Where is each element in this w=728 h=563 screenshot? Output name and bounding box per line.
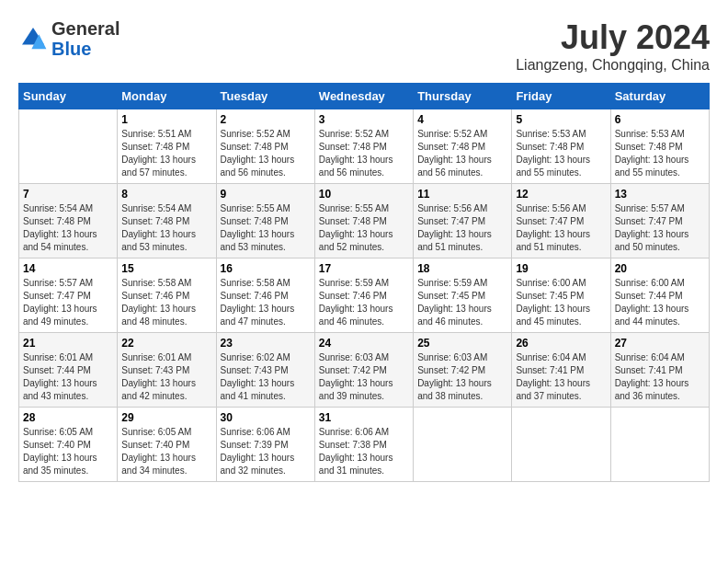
day-number: 25 <box>417 337 507 350</box>
weekday-header: Sunday <box>19 84 118 109</box>
day-detail: Sunrise: 6:04 AMSunset: 7:41 PMDaylight:… <box>516 351 606 403</box>
calendar-cell: 21Sunrise: 6:01 AMSunset: 7:44 PMDayligh… <box>19 333 118 408</box>
day-number: 15 <box>121 262 211 275</box>
calendar-cell: 27Sunrise: 6:04 AMSunset: 7:41 PMDayligh… <box>610 333 709 408</box>
day-number: 8 <box>121 188 211 201</box>
day-detail: Sunrise: 5:58 AMSunset: 7:46 PMDaylight:… <box>121 277 211 328</box>
day-detail: Sunrise: 5:54 AMSunset: 7:48 PMDaylight:… <box>121 202 211 254</box>
calendar-cell: 17Sunrise: 5:59 AMSunset: 7:46 PMDayligh… <box>314 259 413 333</box>
calendar-cell: 31Sunrise: 6:06 AMSunset: 7:38 PMDayligh… <box>314 408 413 482</box>
day-detail: Sunrise: 6:06 AMSunset: 7:38 PMDaylight:… <box>319 426 409 477</box>
calendar-cell: 24Sunrise: 6:03 AMSunset: 7:42 PMDayligh… <box>314 333 413 408</box>
weekday-header: Saturday <box>610 84 709 109</box>
day-number: 5 <box>516 113 606 126</box>
day-detail: Sunrise: 6:03 AMSunset: 7:42 PMDaylight:… <box>417 351 507 403</box>
calendar-cell: 19Sunrise: 6:00 AMSunset: 7:45 PMDayligh… <box>512 259 610 333</box>
calendar-cell: 16Sunrise: 5:58 AMSunset: 7:46 PMDayligh… <box>216 259 314 333</box>
calendar-cell: 23Sunrise: 6:02 AMSunset: 7:43 PMDayligh… <box>216 333 314 408</box>
day-number: 9 <box>221 188 311 201</box>
day-detail: Sunrise: 5:51 AMSunset: 7:48 PMDaylight:… <box>121 128 211 179</box>
day-detail: Sunrise: 6:02 AMSunset: 7:43 PMDaylight:… <box>221 351 311 403</box>
weekday-header: Tuesday <box>216 84 314 109</box>
day-detail: Sunrise: 5:52 AMSunset: 7:48 PMDaylight:… <box>417 128 507 179</box>
day-number: 1 <box>121 113 211 126</box>
day-number: 4 <box>417 113 507 126</box>
calendar-cell: 9Sunrise: 5:55 AMSunset: 7:48 PMDaylight… <box>216 184 314 259</box>
day-number: 3 <box>319 113 409 126</box>
day-number: 10 <box>319 188 409 201</box>
day-number: 17 <box>319 262 409 275</box>
calendar-cell: 11Sunrise: 5:56 AMSunset: 7:47 PMDayligh… <box>414 184 512 259</box>
day-detail: Sunrise: 5:53 AMSunset: 7:48 PMDaylight:… <box>516 128 606 179</box>
weekday-header: Monday <box>118 84 216 109</box>
calendar-cell: 25Sunrise: 6:03 AMSunset: 7:42 PMDayligh… <box>414 333 512 408</box>
day-detail: Sunrise: 6:05 AMSunset: 7:40 PMDaylight:… <box>23 426 113 477</box>
day-number: 2 <box>221 113 311 126</box>
day-number: 22 <box>121 337 211 350</box>
day-detail: Sunrise: 6:00 AMSunset: 7:45 PMDaylight:… <box>516 277 606 328</box>
day-detail: Sunrise: 5:54 AMSunset: 7:48 PMDaylight:… <box>23 202 113 254</box>
day-detail: Sunrise: 5:56 AMSunset: 7:47 PMDaylight:… <box>516 202 606 254</box>
day-detail: Sunrise: 5:56 AMSunset: 7:47 PMDaylight:… <box>417 202 507 254</box>
day-detail: Sunrise: 5:59 AMSunset: 7:45 PMDaylight:… <box>417 277 507 328</box>
calendar-cell: 15Sunrise: 5:58 AMSunset: 7:46 PMDayligh… <box>118 259 216 333</box>
day-number: 29 <box>121 411 211 424</box>
day-number: 11 <box>417 188 507 201</box>
day-detail: Sunrise: 5:57 AMSunset: 7:47 PMDaylight:… <box>615 202 705 254</box>
day-number: 26 <box>516 337 606 350</box>
day-detail: Sunrise: 6:01 AMSunset: 7:44 PMDaylight:… <box>23 351 113 403</box>
location-title: Liangzeng, Chongqing, China <box>516 57 710 74</box>
calendar-cell: 3Sunrise: 5:52 AMSunset: 7:48 PMDaylight… <box>314 109 413 184</box>
calendar-cell: 8Sunrise: 5:54 AMSunset: 7:48 PMDaylight… <box>118 184 216 259</box>
logo: General Blue <box>18 18 119 59</box>
day-number: 13 <box>615 188 705 201</box>
calendar-cell: 4Sunrise: 5:52 AMSunset: 7:48 PMDaylight… <box>414 109 512 184</box>
calendar-cell <box>19 109 118 184</box>
day-number: 21 <box>23 337 113 350</box>
day-detail: Sunrise: 6:01 AMSunset: 7:43 PMDaylight:… <box>121 351 211 403</box>
calendar-table: SundayMondayTuesdayWednesdayThursdayFrid… <box>18 83 710 482</box>
calendar-cell <box>512 408 610 482</box>
day-number: 6 <box>615 113 705 126</box>
day-detail: Sunrise: 5:58 AMSunset: 7:46 PMDaylight:… <box>221 277 311 328</box>
weekday-header: Wednesday <box>314 84 413 109</box>
calendar-cell: 5Sunrise: 5:53 AMSunset: 7:48 PMDaylight… <box>512 109 610 184</box>
day-number: 31 <box>319 411 409 424</box>
day-detail: Sunrise: 5:55 AMSunset: 7:48 PMDaylight:… <box>221 202 311 254</box>
calendar-cell: 28Sunrise: 6:05 AMSunset: 7:40 PMDayligh… <box>19 408 118 482</box>
month-title: July 2024 <box>516 18 710 57</box>
day-number: 23 <box>221 337 311 350</box>
day-number: 19 <box>516 262 606 275</box>
day-detail: Sunrise: 6:04 AMSunset: 7:41 PMDaylight:… <box>615 351 705 403</box>
calendar-week-row: 1Sunrise: 5:51 AMSunset: 7:48 PMDaylight… <box>19 109 710 184</box>
day-number: 28 <box>23 411 113 424</box>
calendar-cell: 1Sunrise: 5:51 AMSunset: 7:48 PMDaylight… <box>118 109 216 184</box>
day-detail: Sunrise: 5:53 AMSunset: 7:48 PMDaylight:… <box>615 128 705 179</box>
weekday-header: Thursday <box>414 84 512 109</box>
day-number: 24 <box>319 337 409 350</box>
calendar-cell: 6Sunrise: 5:53 AMSunset: 7:48 PMDaylight… <box>610 109 709 184</box>
calendar-cell <box>414 408 512 482</box>
calendar-cell: 30Sunrise: 6:06 AMSunset: 7:39 PMDayligh… <box>216 408 314 482</box>
header: General Blue July 2024 Liangzeng, Chongq… <box>18 18 710 74</box>
calendar-cell: 20Sunrise: 6:00 AMSunset: 7:44 PMDayligh… <box>610 259 709 333</box>
calendar-cell: 14Sunrise: 5:57 AMSunset: 7:47 PMDayligh… <box>19 259 118 333</box>
day-detail: Sunrise: 5:57 AMSunset: 7:47 PMDaylight:… <box>23 277 113 328</box>
calendar-cell: 10Sunrise: 5:55 AMSunset: 7:48 PMDayligh… <box>314 184 413 259</box>
day-number: 30 <box>221 411 311 424</box>
title-area: July 2024 Liangzeng, Chongqing, China <box>516 18 710 74</box>
calendar-cell: 18Sunrise: 5:59 AMSunset: 7:45 PMDayligh… <box>414 259 512 333</box>
day-detail: Sunrise: 5:55 AMSunset: 7:48 PMDaylight:… <box>319 202 409 254</box>
calendar-cell: 29Sunrise: 6:05 AMSunset: 7:40 PMDayligh… <box>118 408 216 482</box>
logo-icon <box>18 24 48 53</box>
calendar-week-row: 28Sunrise: 6:05 AMSunset: 7:40 PMDayligh… <box>19 408 710 482</box>
calendar-cell: 26Sunrise: 6:04 AMSunset: 7:41 PMDayligh… <box>512 333 610 408</box>
calendar-cell: 13Sunrise: 5:57 AMSunset: 7:47 PMDayligh… <box>610 184 709 259</box>
calendar-cell <box>610 408 709 482</box>
day-detail: Sunrise: 6:05 AMSunset: 7:40 PMDaylight:… <box>121 426 211 477</box>
calendar-cell: 7Sunrise: 5:54 AMSunset: 7:48 PMDaylight… <box>19 184 118 259</box>
day-number: 12 <box>516 188 606 201</box>
day-detail: Sunrise: 6:03 AMSunset: 7:42 PMDaylight:… <box>319 351 409 403</box>
calendar-cell: 2Sunrise: 5:52 AMSunset: 7:48 PMDaylight… <box>216 109 314 184</box>
weekday-header: Friday <box>512 84 610 109</box>
